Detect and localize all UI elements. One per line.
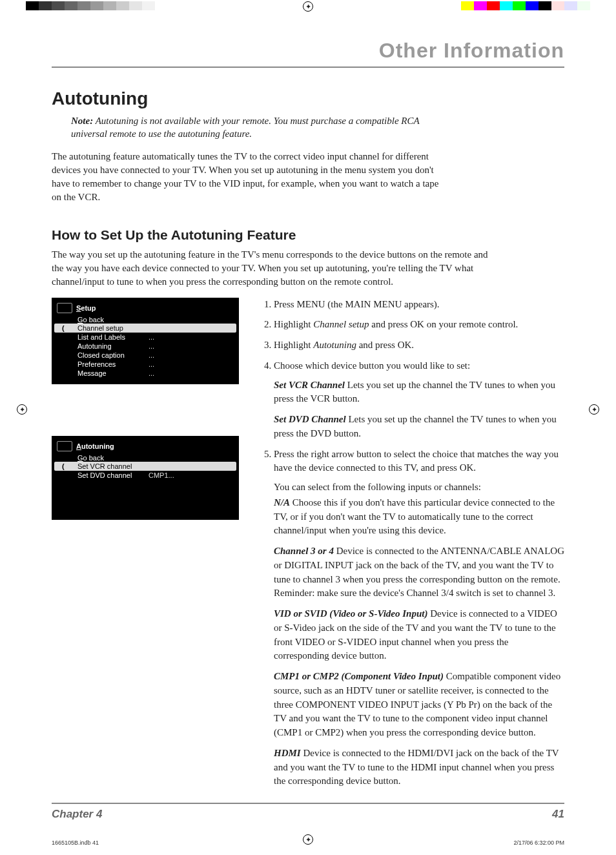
page-number: 41 xyxy=(552,808,564,821)
osd-goback-prefix: G xyxy=(77,316,83,324)
registration-mark-icon: ✦ xyxy=(17,404,27,415)
osd-row-value: ... xyxy=(149,351,154,359)
osd-row: Set DVD channelCMP1... xyxy=(52,471,239,480)
osd-row-value: ... xyxy=(149,333,154,341)
osd-row-value: VID1... xyxy=(149,462,170,470)
osd-row: Preferences... xyxy=(52,360,239,369)
note-block: Note: Autotuning is not available with y… xyxy=(71,114,420,141)
color-bar-right xyxy=(448,1,590,10)
step-item: Highlight Autotuning and press OK. xyxy=(274,338,564,353)
section-header: Other Information xyxy=(52,39,564,68)
page-title: Autotuning xyxy=(52,88,564,109)
option-body: Choose this if you don't have this parti… xyxy=(274,497,555,536)
page-footer: Chapter 4 41 xyxy=(52,803,564,821)
option-lead: Channel 3 or 4 xyxy=(274,546,334,556)
osd-row: Closed caption... xyxy=(52,351,239,360)
chapter-label: Chapter 4 xyxy=(52,808,102,821)
osd-row-value: ... xyxy=(149,342,154,350)
step-emph: Channel setup xyxy=(313,319,369,329)
osd-row-value: ... xyxy=(149,324,154,332)
osd-goback-rest: o back xyxy=(83,454,104,462)
osd-row: Channel setup... xyxy=(54,324,236,333)
note-body: Autotuning is not available with your re… xyxy=(71,116,419,139)
note-lead: Note: xyxy=(71,116,93,126)
osd-row: Set VCR channelVID1... xyxy=(54,462,236,471)
step-text: Press the right arrow button to select t… xyxy=(274,449,559,473)
osd-row-value: ... xyxy=(149,369,154,377)
osd-title-prefix: A xyxy=(76,442,81,450)
osd-row-label: Message xyxy=(77,369,149,377)
step-text: and press OK on your remote control. xyxy=(369,319,518,329)
step-text: Highlight xyxy=(274,340,313,350)
osd-goback-rest: o back xyxy=(83,316,104,324)
sub-heading: How to Set Up the Autotuning Feature xyxy=(52,227,564,243)
color-bar-left xyxy=(26,1,168,10)
step-emph: Autotuning xyxy=(313,340,356,350)
osd-row-label: Autotuning xyxy=(77,342,149,350)
step-text: Choose which device button you would lik… xyxy=(274,360,470,371)
intro-paragraph: The autotuning feature automatically tun… xyxy=(52,150,446,204)
registration-mark-icon: ✦ xyxy=(303,1,313,12)
step-item: Choose which device button you would lik… xyxy=(274,359,564,441)
tv-icon xyxy=(57,303,72,313)
osd-goback-prefix: G xyxy=(77,454,83,462)
osd-setup-screenshot: Setup Go back Channel setup...List and L… xyxy=(52,298,239,384)
option-lead: CMP1 or CMP2 (Component Video Input) xyxy=(274,671,444,681)
step-text: and press OK. xyxy=(356,340,414,350)
option-lead: Set VCR Channel xyxy=(274,380,345,390)
osd-title-rest: utotuning xyxy=(81,442,114,450)
print-file: 1665105B.indb 41 xyxy=(52,840,99,846)
option-lead: Set DVD Channel xyxy=(274,414,346,424)
osd-title-rest: etup xyxy=(81,304,96,312)
osd-row-label: Closed caption xyxy=(77,351,149,359)
osd-row: List and Labels... xyxy=(52,333,239,342)
tv-icon xyxy=(57,441,72,451)
print-slug: 1665105B.indb 41 2/17/06 6:32:00 PM xyxy=(52,840,564,846)
page-body: Other Information Autotuning Note: Autot… xyxy=(52,39,564,823)
print-timestamp: 2/17/06 6:32:00 PM xyxy=(513,840,564,846)
step-item: Highlight Channel setup and press OK on … xyxy=(274,318,564,332)
step-list: Press MENU (the MAIN MENU appears). High… xyxy=(258,298,564,789)
osd-row-label: Set DVD channel xyxy=(77,471,149,479)
osd-row-label: Channel setup xyxy=(77,324,149,332)
osd-row: Message... xyxy=(52,369,239,378)
osd-autotuning-screenshot: Autotuning Go back Set VCR channelVID1..… xyxy=(52,436,239,520)
osd-row-label: Preferences xyxy=(77,360,149,368)
registration-mark-icon: ✦ xyxy=(589,404,599,415)
step-note: You can select from the following inputs… xyxy=(274,480,564,495)
osd-row-label: Set VCR channel xyxy=(77,462,149,470)
option-lead: HDMI xyxy=(274,748,301,758)
option-lead: VID or SVID (Video or S-Video Input) xyxy=(274,608,427,619)
step-item: Press MENU (the MAIN MENU appears). xyxy=(274,298,564,312)
osd-row-value: CMP1... xyxy=(149,471,174,479)
osd-row-label: List and Labels xyxy=(77,333,149,341)
osd-row-value: ... xyxy=(149,360,154,368)
option-body: Device is connected to the HDMI/DVI jack… xyxy=(274,748,559,787)
option-lead: N/A xyxy=(274,497,290,508)
osd-row: Autotuning... xyxy=(52,342,239,351)
sub-intro-paragraph: The way you set up the autotuning featur… xyxy=(52,248,491,289)
step-text: Highlight xyxy=(274,319,313,329)
step-item: Press the right arrow button to select t… xyxy=(274,448,564,789)
